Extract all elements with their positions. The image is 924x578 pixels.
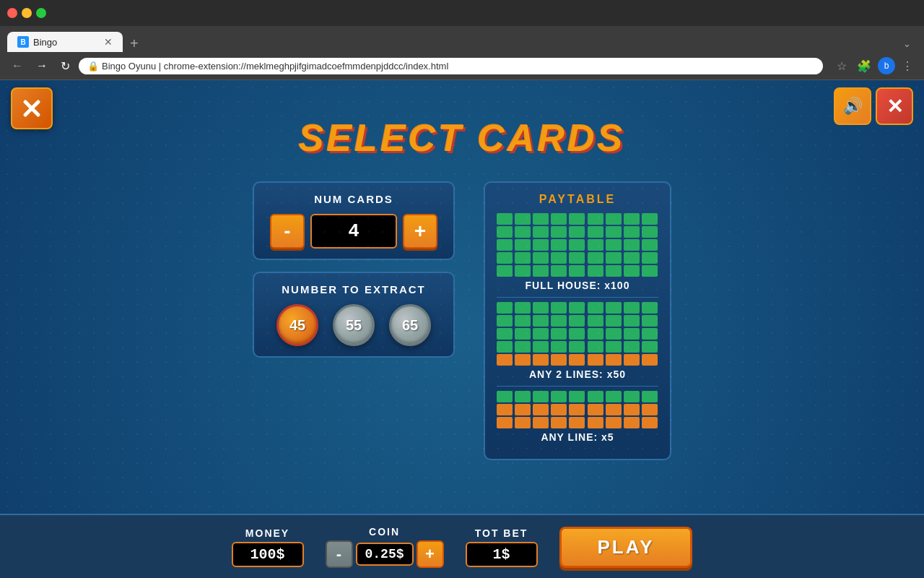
- ball-65[interactable]: 65: [389, 304, 431, 346]
- grid-cell: [515, 315, 531, 327]
- num-cards-box: NUM CARDS - 4 +: [253, 181, 455, 260]
- grid-cell: [606, 391, 622, 402]
- grid-cell: [515, 328, 531, 340]
- grid-cell: [515, 391, 531, 402]
- grid-cell: [515, 226, 531, 238]
- sound-button[interactable]: [834, 87, 871, 125]
- grid-cell: [569, 354, 585, 366]
- coin-plus-btn[interactable]: +: [417, 540, 444, 568]
- grid-cell: [533, 213, 549, 225]
- profile-menu[interactable]: ⌄: [897, 35, 917, 52]
- grid-cell: [624, 417, 640, 428]
- grid-cell: [642, 404, 658, 415]
- ball-45-value: 45: [289, 317, 305, 334]
- grid-cell: [515, 239, 531, 251]
- tab-close-btn[interactable]: ✕: [104, 36, 113, 48]
- grid-cell: [624, 328, 640, 340]
- grid-cell: [533, 391, 549, 402]
- grid-cell: [624, 391, 640, 402]
- back-btn[interactable]: ←: [7, 58, 27, 74]
- paytable-title: PAYTABLE: [497, 193, 658, 206]
- grid-cell: [497, 213, 513, 225]
- browser-chrome: B Bingo ✕ + ⌄ ← → ↻ 🔒 Bingo Oyunu | chro…: [0, 0, 924, 80]
- minimize-window-btn[interactable]: [22, 8, 32, 18]
- grid-cell: [551, 354, 567, 366]
- grid-cell: [642, 417, 658, 428]
- grid-cell: [642, 328, 658, 340]
- url-text: Bingo Oyunu | chrome-extension://meklmeg…: [102, 61, 448, 72]
- grid-cell: [588, 265, 603, 277]
- grid-cell: [497, 226, 513, 238]
- coin-label: COIN: [369, 526, 400, 538]
- logo-icon: [21, 98, 43, 119]
- speaker-icon: [843, 97, 863, 116]
- divider-1: [497, 297, 658, 298]
- menu-btn[interactable]: ⋮: [898, 57, 917, 74]
- grid-cell: [642, 354, 658, 366]
- num-cards-minus-btn[interactable]: -: [270, 214, 305, 249]
- page-title: SELECT CARDS: [299, 116, 625, 160]
- grid-cell: [588, 315, 603, 327]
- grid-cell: [588, 391, 603, 402]
- grid-cell: [533, 265, 549, 277]
- grid-cell: [533, 404, 549, 415]
- grid-cell: [642, 239, 658, 251]
- grid-cell: [642, 252, 658, 264]
- play-button[interactable]: PLAY: [559, 527, 693, 568]
- profile-btn[interactable]: b: [878, 57, 895, 74]
- num-cards-control: - 4 +: [269, 214, 439, 249]
- grid-cell: [588, 404, 603, 415]
- grid-cell: [588, 302, 603, 314]
- grid-cell: [551, 239, 567, 251]
- new-tab-button[interactable]: +: [127, 35, 141, 52]
- grid-cell: [515, 213, 531, 225]
- extensions-btn[interactable]: 🧩: [853, 57, 875, 74]
- grid-cell: [606, 239, 622, 251]
- grid-cell: [606, 328, 622, 340]
- grid-cell: [551, 226, 567, 238]
- one-line-grid: [497, 391, 658, 428]
- grid-cell: [497, 328, 513, 340]
- grid-cell: [497, 239, 513, 251]
- grid-cell: [533, 315, 549, 327]
- grid-cell: [533, 341, 549, 353]
- grid-cell: [624, 265, 640, 277]
- grid-cell: [642, 391, 658, 402]
- grid-cell: [588, 417, 603, 428]
- reload-btn[interactable]: ↻: [56, 58, 74, 74]
- extract-balls: 45 55 65: [269, 304, 439, 346]
- grid-cell: [606, 315, 622, 327]
- close-window-btn[interactable]: [7, 8, 17, 18]
- window-controls: [7, 8, 46, 18]
- grid-cell: [551, 315, 567, 327]
- ball-55[interactable]: 55: [333, 304, 375, 346]
- ball-65-value: 65: [402, 317, 418, 334]
- grid-cell: [569, 302, 585, 314]
- grid-cell: [606, 354, 622, 366]
- exit-button[interactable]: ✕: [876, 87, 913, 125]
- grid-cell: [551, 391, 567, 402]
- bookmark-btn[interactable]: ☆: [833, 57, 850, 74]
- two-lines-grid: [497, 302, 658, 366]
- browser-actions: ☆ 🧩 b ⋮: [833, 57, 917, 74]
- num-cards-plus-btn[interactable]: +: [403, 214, 437, 249]
- grid-cell: [497, 252, 513, 264]
- coin-minus-btn[interactable]: -: [326, 540, 353, 568]
- forward-btn[interactable]: →: [32, 58, 52, 74]
- ball-45[interactable]: 45: [276, 304, 318, 346]
- corner-logo-right: ✕: [834, 87, 913, 125]
- grid-cell: [588, 328, 603, 340]
- grid-cell: [533, 302, 549, 314]
- grid-cell: [606, 341, 622, 353]
- active-tab[interactable]: B Bingo ✕: [7, 32, 123, 52]
- grid-cell: [515, 302, 531, 314]
- url-input[interactable]: 🔒 Bingo Oyunu | chrome-extension://meklm…: [79, 58, 823, 74]
- grid-cell: [551, 404, 567, 415]
- grid-cell: [624, 226, 640, 238]
- grid-cell: [551, 417, 567, 428]
- grid-cell: [551, 341, 567, 353]
- grid-cell: [606, 213, 622, 225]
- maximize-window-btn[interactable]: [36, 8, 46, 18]
- grid-cell: [497, 354, 513, 366]
- tot-bet-value: 1$: [466, 542, 538, 567]
